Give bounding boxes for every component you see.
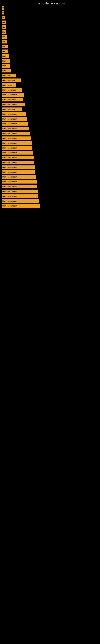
bar: Bottleneck result xyxy=(2,166,35,169)
bar-row: B xyxy=(2,6,98,10)
bar: Bottleneck result xyxy=(2,204,40,208)
bar-label: Bo xyxy=(2,31,5,33)
bar-label: Bottleneck result xyxy=(2,200,17,202)
bar-label: Bo xyxy=(2,26,5,28)
bar: Bottleneck result xyxy=(2,194,38,198)
bar-label: Bottleneck result xyxy=(2,152,17,154)
bar-label: Bott xyxy=(2,55,6,57)
bar: Bottleneck result xyxy=(2,156,34,160)
bar-row: Bottleneck result xyxy=(2,151,98,154)
bar-row: Bo xyxy=(2,20,98,24)
bar-label: Bottleneck result xyxy=(2,171,17,173)
bar-row: Bott xyxy=(2,54,98,58)
bars-container: BBBBoBoBoBoBoBoBoBottBottlBottlBottlBott… xyxy=(0,6,100,209)
bar: Bo xyxy=(2,35,7,39)
bar-label: Bo xyxy=(2,36,5,38)
bar-row: Bottleneck result xyxy=(2,132,98,135)
bar-label: B xyxy=(2,16,4,18)
bar: B xyxy=(2,11,4,14)
bar: Bottleneck result xyxy=(2,122,28,126)
bar-row: Bottleneck xyxy=(2,83,98,87)
bar-row: Bottl xyxy=(2,69,98,72)
bar-row: Bo xyxy=(2,30,98,34)
bar: Bottleneck res xyxy=(2,78,21,82)
bar-label: Bo xyxy=(2,50,5,52)
bar-row: Bottleneck result xyxy=(2,199,98,203)
bar-row: Bo xyxy=(2,50,98,53)
bar-row: Bottleneck result xyxy=(2,190,98,193)
bar-row: Bottleneck result xyxy=(2,136,98,140)
bar-row: Bottleneck result xyxy=(2,127,98,130)
bar: Bo xyxy=(2,25,6,29)
bar-row: Bottleneck result xyxy=(2,122,98,126)
bar-row: Bottleneck result xyxy=(2,93,98,96)
bar: Bottleneck result xyxy=(2,146,32,150)
bar: Bottleneck res xyxy=(2,108,22,111)
bar: Bottleneck result xyxy=(2,175,36,179)
bar-label: Bottleneck xyxy=(2,74,12,76)
bar-label: Bottleneck resu xyxy=(2,98,16,100)
bar-label: B xyxy=(2,12,4,14)
bar-label: Bottleneck result xyxy=(2,195,17,197)
bar-label: Bottleneck result xyxy=(2,186,17,188)
bar: Bottleneck result xyxy=(2,199,39,203)
bar-row: Bo xyxy=(2,40,98,44)
bar-row: Bottleneck result xyxy=(2,156,98,160)
bar-label: Bottleneck result xyxy=(2,147,17,149)
bar-label: Bottleneck result xyxy=(2,181,17,183)
bar-row: Bo xyxy=(2,45,98,48)
bar-gap xyxy=(2,208,98,209)
bar: Bottleneck result xyxy=(2,141,32,145)
bar: Bottl xyxy=(2,59,10,63)
bar-label: Bottleneck res xyxy=(2,108,15,110)
bar: Bo xyxy=(2,20,6,24)
bar-row: B xyxy=(2,11,98,14)
bar-label: Bottleneck result xyxy=(2,113,17,115)
bar: Bo xyxy=(2,45,8,48)
bar-row: Bottleneck result xyxy=(2,103,98,106)
bar-row: Bottleneck res xyxy=(2,78,98,82)
bar-row: Bo xyxy=(2,25,98,29)
bar: Bo xyxy=(2,50,8,53)
bar: Bottleneck result xyxy=(2,136,31,140)
bar: Bottleneck result xyxy=(2,180,37,184)
bar-label: Bottl xyxy=(2,65,7,67)
bar: Bottleneck result xyxy=(2,132,30,135)
bar-label: Bottleneck result xyxy=(2,94,17,96)
bar-row: Bo xyxy=(2,35,98,39)
bar-label: Bottleneck xyxy=(2,84,12,86)
bar: Bottleneck result xyxy=(2,93,24,96)
bar: Bottleneck result xyxy=(2,117,27,121)
bar-row: Bottleneck result xyxy=(2,141,98,145)
bar-row: Bottleneck result xyxy=(2,180,98,184)
bar-label: Bottleneck result xyxy=(2,128,17,130)
bar-row: Bottl xyxy=(2,64,98,68)
bar: Bottleneck result xyxy=(2,103,25,106)
bar: Bottleneck result xyxy=(2,170,35,174)
bar: B xyxy=(2,16,5,19)
bar-label: Bottleneck result xyxy=(2,166,17,168)
bar-label: Bottleneck result xyxy=(2,104,17,106)
bar-label: Bottl xyxy=(2,60,7,62)
bar-row: Bottleneck xyxy=(2,74,98,77)
bar: Bottleneck xyxy=(2,83,16,87)
bar-row: Bottleneck result xyxy=(2,117,98,121)
bar-label: B xyxy=(2,7,3,9)
bar-label: Bottleneck result xyxy=(2,205,17,207)
bar-row: Bottleneck result xyxy=(2,112,98,116)
bar-label: Bottleneck result xyxy=(2,132,17,134)
bar-label: Bottleneck res xyxy=(2,79,15,81)
bar: Bottleneck resu xyxy=(2,88,22,92)
bar: Bottleneck result xyxy=(2,190,38,193)
bar-row: Bottleneck resu xyxy=(2,88,98,92)
bar-label: Bottleneck result xyxy=(2,162,17,164)
bar: Bottleneck xyxy=(2,74,16,77)
bar-label: Bo xyxy=(2,21,5,23)
bar: Bo xyxy=(2,40,7,44)
bar-label: Bottleneck result xyxy=(2,137,17,139)
bar-row: Bottleneck resu xyxy=(2,98,98,102)
bar: Bottleneck result xyxy=(2,112,26,116)
bar: Bo xyxy=(2,30,6,34)
bar-row: Bottleneck res xyxy=(2,108,98,111)
bar-row: Bottleneck result xyxy=(2,166,98,169)
